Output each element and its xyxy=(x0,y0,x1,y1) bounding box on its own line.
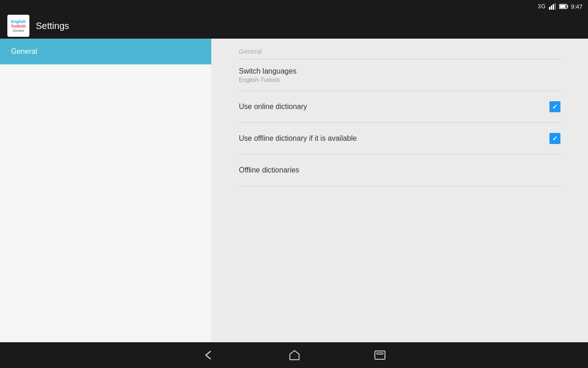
settings-item-title-offline-dicts: Offline dictionaries xyxy=(239,166,299,174)
app-icon-text-en: English xyxy=(11,19,26,24)
svg-rect-3 xyxy=(554,3,556,10)
nav-recent-button[interactable] xyxy=(374,350,386,360)
svg-rect-5 xyxy=(567,6,568,8)
status-time: 9:47 xyxy=(571,3,582,10)
main-content: General General Switch languages English… xyxy=(0,39,588,342)
divider-4 xyxy=(239,186,560,186)
settings-item-title-online: Use online dictionary xyxy=(239,103,307,111)
settings-item-title-offline: Use offline dictionary if it is availabl… xyxy=(239,134,357,143)
svg-rect-2 xyxy=(553,4,554,10)
recent-icon xyxy=(374,350,386,360)
settings-item-left-switch: Switch languages English-Turkish xyxy=(239,67,296,83)
nav-back-button[interactable] xyxy=(202,350,215,361)
svg-rect-7 xyxy=(375,351,385,359)
status-icons: 3G 9:47 xyxy=(538,3,582,10)
svg-rect-8 xyxy=(377,353,383,354)
sidebar: General xyxy=(0,39,211,342)
back-icon xyxy=(202,350,215,361)
signal-icon: 3G xyxy=(538,3,546,10)
sidebar-item-general[interactable]: General xyxy=(0,39,211,64)
status-bar: 3G 9:47 xyxy=(0,0,588,13)
settings-item-left-offline: Use offline dictionary if it is availabl… xyxy=(239,134,357,143)
offline-dict-checkbox[interactable] xyxy=(549,133,560,144)
svg-rect-0 xyxy=(549,7,550,10)
app-icon-text-tr: Turkish xyxy=(11,24,26,29)
settings-item-subtitle-switch: English-Turkish xyxy=(239,76,296,83)
battery-icon xyxy=(559,4,568,9)
signal-bars-icon xyxy=(549,3,556,10)
nav-bar xyxy=(0,342,588,368)
settings-panel: General Switch languages English-Turkish… xyxy=(211,39,588,342)
settings-item-online-dict[interactable]: Use online dictionary xyxy=(211,91,588,122)
settings-item-left-offline-dicts: Offline dictionaries xyxy=(239,166,299,174)
settings-item-switch-languages[interactable]: Switch languages English-Turkish xyxy=(211,59,588,91)
app-icon: English Turkish Glosbe xyxy=(7,15,29,37)
settings-item-left-online: Use online dictionary xyxy=(239,103,307,111)
sidebar-item-label: General xyxy=(11,47,37,56)
settings-item-offline-dict[interactable]: Use offline dictionary if it is availabl… xyxy=(211,123,588,154)
svg-rect-1 xyxy=(551,6,552,10)
app-title: Settings xyxy=(36,21,69,31)
top-bar: English Turkish Glosbe Settings xyxy=(0,13,588,39)
svg-rect-6 xyxy=(560,5,565,8)
home-icon xyxy=(288,350,300,361)
settings-section-title: General xyxy=(211,39,588,59)
settings-item-title-switch: Switch languages xyxy=(239,67,296,75)
nav-home-button[interactable] xyxy=(288,350,300,361)
online-dict-checkbox[interactable] xyxy=(549,101,560,112)
settings-item-offline-dicts[interactable]: Offline dictionaries xyxy=(211,155,588,186)
app-icon-globe: Glosbe xyxy=(12,29,24,33)
